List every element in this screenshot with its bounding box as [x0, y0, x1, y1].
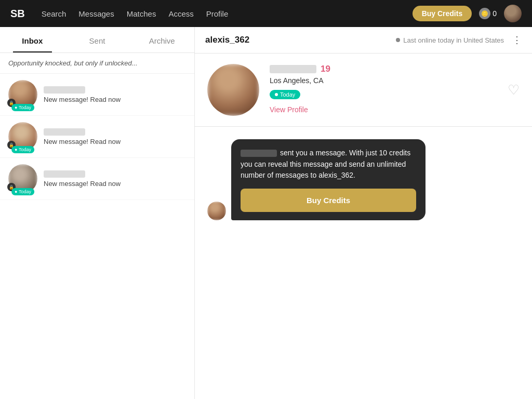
sender-name-blurred — [241, 150, 277, 157]
chat-username: alexis_362 — [205, 35, 249, 45]
promo-banner: Opportunity knocked, but only if unlocke… — [0, 53, 194, 74]
online-badge: Today — [270, 90, 300, 99]
message-preview: New message! Read now — [44, 96, 186, 103]
message-avatar-wrap: 🔒 ● Today — [8, 80, 37, 109]
status-text: Last online today in United States — [403, 36, 504, 44]
message-content: New message! Read now — [44, 86, 186, 103]
more-options-icon[interactable]: ⋮ — [512, 34, 522, 46]
nav-link-matches[interactable]: Matches — [127, 9, 156, 18]
nav-link-messages[interactable]: Messages — [78, 9, 114, 18]
message-list: 🔒 ● Today New message! Read now 🔒 ● Toda… — [0, 74, 194, 399]
tab-sent[interactable]: Sent — [65, 27, 130, 52]
nav-logo: SB — [10, 8, 25, 20]
nav-right: Buy Credits 🪙 0 — [413, 5, 522, 22]
message-bubble: sent you a message. With just 10 credits… — [231, 139, 425, 220]
list-item[interactable]: 🔒 ● Today New message! Read now — [0, 158, 194, 200]
profile-location: Los Angeles, CA — [270, 76, 497, 85]
nav-avatar[interactable] — [504, 5, 522, 22]
profile-card: 19 Los Angeles, CA Today View Profile ♡ — [195, 54, 532, 127]
view-profile-link[interactable]: View Profile — [270, 105, 497, 114]
heart-button[interactable]: ♡ — [508, 83, 520, 97]
online-dot — [275, 93, 278, 96]
profile-age: 19 — [321, 64, 330, 74]
message-preview: New message! Read now — [44, 180, 186, 188]
nav-link-profile[interactable]: Profile — [206, 9, 229, 18]
profile-name-blurred — [270, 65, 316, 73]
online-badge-label: Today — [280, 91, 295, 98]
chat-status: Last online today in United States ⋮ — [396, 34, 522, 46]
tab-archive[interactable]: Archive — [129, 27, 194, 52]
today-badge: ● Today — [11, 104, 34, 111]
chat-header: alexis_362 Last online today in United S… — [195, 27, 532, 54]
message-bubble-wrap: sent you a message. With just 10 credits… — [207, 139, 425, 220]
today-badge: ● Today — [11, 188, 34, 195]
message-username — [44, 128, 85, 136]
tab-inbox[interactable]: Inbox — [0, 27, 65, 52]
main-layout: Inbox Sent Archive Opportunity knocked, … — [0, 27, 532, 399]
message-username — [44, 170, 85, 178]
message-preview: New message! Read now — [44, 138, 186, 145]
buy-credits-nav-button[interactable]: Buy Credits — [413, 6, 472, 21]
chat-sender-avatar-image — [207, 202, 226, 220]
nav-link-search[interactable]: Search — [42, 9, 66, 18]
navbar: SB Search Messages Matches Access Profil… — [0, 0, 532, 27]
profile-info: 19 Los Angeles, CA Today View Profile — [270, 64, 497, 114]
credits-badge: 🪙 0 — [479, 8, 497, 19]
sidebar: Inbox Sent Archive Opportunity knocked, … — [0, 27, 195, 399]
nav-link-access[interactable]: Access — [168, 9, 193, 18]
nav-avatar-image — [504, 5, 522, 22]
profile-name-row: 19 — [270, 64, 497, 74]
message-content: New message! Read now — [44, 128, 186, 145]
chat-sender-avatar — [207, 202, 226, 220]
sidebar-tabs: Inbox Sent Archive — [0, 27, 194, 53]
chat-panel: alexis_362 Last online today in United S… — [195, 27, 532, 399]
list-item[interactable]: 🔒 ● Today New message! Read now — [0, 116, 194, 158]
chat-body: sent you a message. With just 10 credits… — [195, 127, 532, 399]
buy-credits-button[interactable]: Buy Credits — [241, 189, 416, 212]
message-avatar-wrap: 🔒 ● Today — [8, 164, 37, 193]
credits-icon: 🪙 — [479, 8, 490, 19]
today-badge: ● Today — [11, 146, 34, 153]
profile-avatar-image — [207, 64, 259, 116]
profile-avatar — [207, 64, 259, 116]
list-item[interactable]: 🔒 ● Today New message! Read now — [0, 74, 194, 116]
status-dot — [396, 38, 400, 42]
message-content: New message! Read now — [44, 170, 186, 188]
credits-count: 0 — [493, 9, 497, 18]
message-username — [44, 86, 85, 94]
message-avatar-wrap: 🔒 ● Today — [8, 122, 37, 151]
